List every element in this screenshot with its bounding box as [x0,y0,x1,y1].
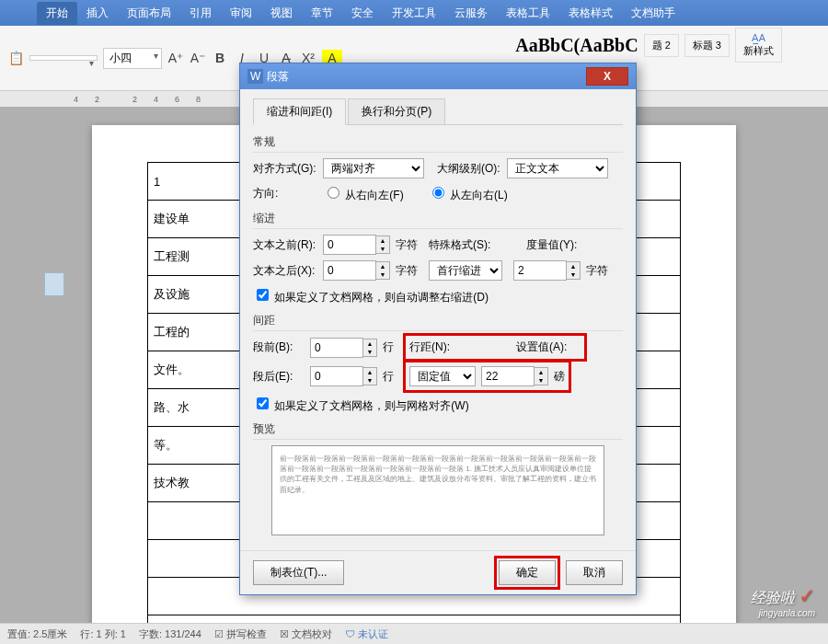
after-para-input[interactable] [310,366,363,386]
dialog-titlebar[interactable]: W段落 X [240,63,636,89]
spin-down-icon[interactable]: ▼ [376,245,389,253]
dialog-tabs: 缩进和间距(I) 换行和分页(P) [253,98,623,125]
tab-dev[interactable]: 开发工具 [383,2,445,25]
style-heading2[interactable]: 题 2 [644,34,679,57]
font-name-dropdown[interactable] [29,55,98,61]
linespace-label: 行距(N): [409,339,474,355]
spin-up-icon[interactable]: ▲ [363,339,376,348]
alignment-select[interactable]: 两端对齐 [323,158,424,178]
spin-down-icon[interactable]: ▼ [363,376,376,385]
tab-start[interactable]: 开始 [37,2,77,25]
before-text-label: 文本之前(R): [253,237,317,253]
linespace-select[interactable]: 固定值 [409,366,476,386]
tab-cloud[interactable]: 云服务 [445,2,497,25]
cancel-button[interactable]: 取消 [566,560,623,585]
status-rowcol: 行: 1 列: 1 [80,627,126,641]
group-indent: 缩进 [253,211,623,229]
grid-indent-checkbox[interactable]: 如果定义了文档网格，则自动调整右缩进(D) [253,286,489,305]
outline-label: 大纲级别(O): [437,161,501,177]
tab-docassist[interactable]: 文档助手 [622,2,684,25]
paste-icon[interactable]: 📋 [7,50,24,66]
ok-button[interactable]: 确定 [499,560,556,585]
style-preview[interactable]: AaBbC(AaBbC [515,35,638,56]
tab-tablestyle[interactable]: 表格样式 [559,2,622,25]
paragraph-dialog: W段落 X 缩进和间距(I) 换行和分页(P) 常规 对齐方式(G): 两端对齐… [239,63,637,595]
status-wordcount[interactable]: 字数: 131/244 [139,627,201,641]
measure-input[interactable] [513,260,567,281]
spin-up-icon[interactable]: ▲ [535,368,547,376]
unit-label: 行 [383,369,394,385]
dialog-title: 段落 [267,70,289,83]
ltr-radio[interactable] [432,187,444,199]
app-icon: W [247,69,263,84]
tab-view[interactable]: 视图 [261,2,302,25]
group-preview: 预览 [253,421,623,440]
spin-down-icon[interactable]: ▼ [376,270,389,279]
status-cert[interactable]: 🛡 未认证 [345,627,388,641]
alignment-label: 对齐方式(G): [253,161,317,177]
tab-security[interactable]: 安全 [342,2,383,25]
tab-insert[interactable]: 插入 [77,2,118,25]
unit-label: 字符 [396,237,418,253]
unit-label: 字符 [396,263,418,279]
main-tabbar: 开始 插入 页面布局 引用 审阅 视图 章节 安全 开发工具 云服务 表格工具 … [0,0,828,26]
setvalue-input[interactable] [481,366,535,386]
before-para-input[interactable] [310,338,363,358]
spin-up-icon[interactable]: ▲ [363,368,376,376]
tab-indent-spacing[interactable]: 缩进和间距(I) [253,98,346,125]
outline-select[interactable]: 正文文本 [507,158,608,178]
spin-up-icon[interactable]: ▲ [567,262,580,270]
unit-label: 磅 [554,369,565,385]
spin-up-icon[interactable]: ▲ [376,236,389,245]
before-text-input[interactable] [323,235,376,255]
after-text-input[interactable] [323,260,376,281]
unit-label: 行 [383,339,394,355]
direction-rtl[interactable]: 从右向左(F) [323,184,404,203]
tab-line-break[interactable]: 换行和分页(P) [348,98,445,125]
direction-label: 方向: [253,186,317,201]
group-spacing: 间距 [253,313,623,331]
grid-align-checkbox[interactable]: 如果定义了文档网格，则与网格对齐(W) [253,395,469,414]
tabstops-button[interactable]: 制表位(T)... [253,560,344,585]
group-general: 常规 [253,134,623,153]
before-para-label: 段前(B): [253,339,305,355]
spin-up-icon[interactable]: ▲ [376,262,389,270]
spin-down-icon[interactable]: ▼ [567,270,580,279]
close-button[interactable]: X [586,67,628,86]
tab-review[interactable]: 审阅 [221,2,261,25]
status-bar: 置值: 2.5厘米 行: 1 列: 1 字数: 131/244 ☑ 拼写检查 ☒… [0,623,828,644]
spin-down-icon[interactable]: ▼ [363,348,376,356]
unit-label: 字符 [586,263,608,279]
special-format-label: 特殊格式(S): [429,237,493,253]
status-proof[interactable]: ☒ 文档校对 [280,627,332,641]
bold-icon[interactable]: B [212,50,228,66]
after-para-label: 段后(E): [253,369,305,385]
styles-gallery: AaBbC(AaBbC 题 2 标题 3 A̲A新样式 [515,28,782,63]
direction-ltr[interactable]: 从左向右(L) [428,184,508,203]
new-style-button[interactable]: A̲A新样式 [735,28,782,63]
after-text-label: 文本之后(X): [253,263,317,279]
special-format-select[interactable]: 首行缩进 [429,260,502,281]
status-spellcheck[interactable]: ☑ 拼写检查 [214,627,267,641]
tab-chapter[interactable]: 章节 [302,2,342,25]
rtl-radio[interactable] [328,187,339,199]
increase-font-icon[interactable]: A⁺ [167,50,184,66]
style-heading3[interactable]: 标题 3 [684,34,730,57]
nav-panel-icon[interactable] [44,272,64,296]
tab-ref[interactable]: 引用 [180,2,221,25]
measure-label: 度量值(Y): [526,237,591,253]
tab-tabletool[interactable]: 表格工具 [497,2,559,25]
tab-layout[interactable]: 页面布局 [118,2,180,25]
status-position: 置值: 2.5厘米 [7,627,67,641]
setvalue-label: 设置值(A): [516,339,581,355]
preview-box: 前一段落前一段落前一段落前一段落前一段落前一段落前一段落前一段落前一段落前一段落… [271,445,604,535]
check-icon: ✓ [799,584,815,607]
decrease-font-icon[interactable]: A⁻ [190,50,206,66]
watermark: 经验啦 ✓ jingyanla.com [751,584,815,618]
font-size-dropdown[interactable]: 小四 [103,48,162,69]
spin-down-icon[interactable]: ▼ [535,376,547,385]
